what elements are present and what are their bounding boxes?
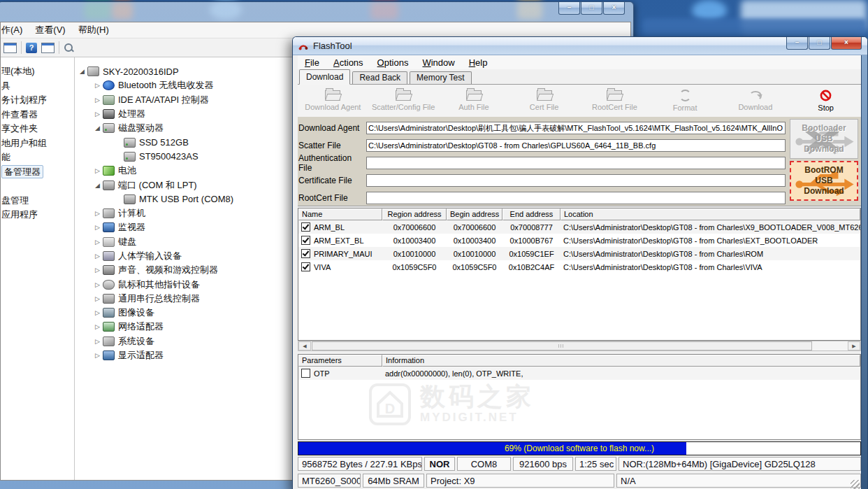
desktop-icon-blur [643, 18, 867, 35]
tab[interactable]: Read Back [352, 71, 407, 84]
expand-arrow-icon[interactable]: ▷ [93, 82, 102, 89]
scroll-left-arrow[interactable]: ◀ [298, 341, 311, 350]
console-nav-item[interactable]: 备管理器 [1, 165, 74, 180]
row-checkbox[interactable] [301, 222, 310, 232]
expand-arrow-icon[interactable]: ▷ [93, 97, 102, 104]
table-row[interactable]: ARM_BL 0x70006600 0x70006600 0x70008777 … [298, 220, 860, 234]
field-label: Authentication File [298, 153, 366, 173]
menu-item-options[interactable]: Options [370, 57, 416, 68]
tree-item-label: ST9500423AS [139, 151, 198, 162]
open-folder-icon [466, 90, 482, 101]
menu-item[interactable]: 帮助(H) [72, 24, 115, 36]
file-path-input[interactable] [366, 174, 786, 187]
tab[interactable]: Download [299, 69, 350, 85]
maximize-button[interactable]: □ [581, 2, 602, 15]
table-row[interactable]: ARM_EXT_BL 0x10003400 0x10003400 0x1000B… [298, 234, 860, 247]
scrollbar-track[interactable] [311, 341, 848, 350]
expand-arrow-icon[interactable]: ▷ [93, 309, 102, 316]
console-nav-item[interactable]: 具 [1, 79, 74, 94]
row-checkbox[interactable] [301, 236, 310, 245]
column-header-region[interactable]: Region address [382, 208, 447, 220]
console-nav-item[interactable]: 能 [1, 150, 74, 165]
console-nav-item[interactable]: 件查看器 [1, 108, 74, 122]
expand-arrow-icon[interactable]: ◢ [93, 182, 102, 189]
tab[interactable]: Memory Test [410, 71, 471, 84]
parameter-row[interactable]: OTP addr(0x00000000), len(0), OTP_WRITE, [298, 367, 860, 380]
region-address: 0x1059C5F0 [382, 263, 447, 271]
expand-arrow-icon[interactable]: ▷ [93, 210, 102, 217]
menu-item[interactable]: 作(A) [1, 24, 29, 36]
status-cell: MT6260_S0000 [298, 474, 361, 488]
file-field-row: Scatter File [298, 139, 861, 153]
scrollbar-thumb[interactable] [312, 341, 812, 350]
scroll-right-arrow[interactable]: ▶ [848, 341, 860, 350]
minimize-button[interactable]: – [558, 2, 580, 15]
row-checkbox[interactable] [301, 262, 310, 271]
desktop: – □ × 作(A) 查看(V) 帮助(H) ? [0, 0, 868, 489]
menu-item[interactable]: 查看(V) [29, 24, 71, 36]
horizontal-scrollbar[interactable]: ◀ ▶ [298, 341, 861, 351]
stop-button[interactable]: Stop [790, 85, 861, 117]
column-header-begin[interactable]: Begin address [447, 208, 502, 220]
close-button[interactable]: × [603, 2, 625, 15]
file-field-row: Certificate File [298, 173, 861, 187]
mouse-icon [103, 280, 115, 290]
resize-grip[interactable] [851, 480, 860, 489]
file-path-input[interactable] [366, 157, 786, 169]
expand-arrow-icon[interactable]: ▷ [93, 253, 102, 260]
rom-name: PRIMARY_MAUI [314, 250, 372, 258]
window-list-icon[interactable] [41, 43, 55, 53]
table-row[interactable]: VIVA 0x1059C5F0 0x1059C5F0 0x10B2C4AF C:… [298, 260, 860, 274]
menu-item-help[interactable]: Help [462, 57, 495, 68]
column-header-information[interactable]: Information [382, 355, 860, 367]
column-header-end[interactable]: End address [502, 208, 560, 220]
scan-hardware-icon[interactable] [64, 43, 74, 53]
console-nav-item[interactable]: 享文件夹 [1, 122, 74, 136]
expand-arrow-icon[interactable]: ▷ [93, 267, 102, 274]
expand-arrow-icon[interactable]: ▷ [93, 295, 102, 302]
tree-item-label: 鼠标和其他指针设备 [118, 278, 200, 291]
expand-arrow-icon[interactable]: ▷ [93, 224, 102, 231]
parameter-checkbox[interactable] [301, 369, 310, 378]
table-header: Name Region address Begin address End ad… [298, 208, 860, 220]
toolbar: Download Agent Scatter/Config File Auth … [298, 85, 861, 118]
menu-item-window[interactable]: Window [415, 57, 461, 68]
file-path-input[interactable] [366, 192, 786, 204]
begin-address: 0x1059C5F0 [447, 263, 502, 271]
status-cell: NOR:(128Mb+64Mb) [GigaDevice] GD25LQ128 [619, 457, 861, 471]
open-folder-icon [325, 90, 340, 101]
bootrom-usb-download-button[interactable]: BootROM USB Download [790, 161, 858, 201]
row-checkbox[interactable] [301, 249, 310, 258]
column-header-location[interactable]: Location [560, 208, 860, 220]
expand-arrow-icon[interactable]: ▷ [93, 338, 102, 345]
field-label: RootCert File [298, 193, 366, 203]
menu-item-file[interactable]: File [298, 57, 326, 68]
expand-arrow-icon[interactable]: ▷ [93, 323, 102, 330]
window-titlebar[interactable]: – □ × [0, 2, 633, 20]
expand-arrow-icon[interactable]: ▷ [93, 352, 102, 359]
format-icon [679, 90, 691, 101]
usb-download-buttons: Bootloader USB Download BootROM [790, 119, 860, 204]
console-nav-item[interactable]: 务计划程序 [1, 93, 74, 108]
expand-arrow-icon[interactable]: ◢ [78, 68, 87, 75]
expand-arrow-icon[interactable]: ▷ [93, 239, 102, 246]
console-window-icon[interactable] [3, 43, 17, 53]
column-header-name[interactable]: Name [298, 208, 382, 220]
console-nav-item[interactable]: 盘管理 [1, 194, 74, 208]
menu-item-actions[interactable]: Actions [326, 57, 370, 68]
tree-item-label: 图像设备 [118, 306, 154, 319]
expand-arrow-icon[interactable]: ▷ [93, 111, 102, 118]
console-nav-item[interactable]: 应用程序 [1, 208, 74, 222]
file-path-input[interactable] [366, 122, 786, 134]
console-nav-item[interactable]: 地用户和组 [1, 136, 74, 151]
parameter-info: addr(0x00000000), len(0), OTP_WRITE, [382, 369, 860, 378]
expand-arrow-icon[interactable]: ▷ [93, 167, 102, 174]
expand-arrow-icon[interactable]: ▷ [93, 281, 102, 288]
expand-arrow-icon[interactable]: ◢ [93, 125, 102, 132]
table-row[interactable]: PRIMARY_MAUI 0x10010000 0x10010000 0x105… [298, 247, 860, 260]
file-path-input[interactable] [366, 139, 786, 152]
console-nav-item[interactable]: 理(本地) [1, 64, 74, 79]
column-header-parameters[interactable]: Parameters [298, 355, 382, 367]
help-icon[interactable]: ? [26, 43, 37, 53]
progress-bar: 69% (Download software to flash now...) [298, 441, 861, 455]
